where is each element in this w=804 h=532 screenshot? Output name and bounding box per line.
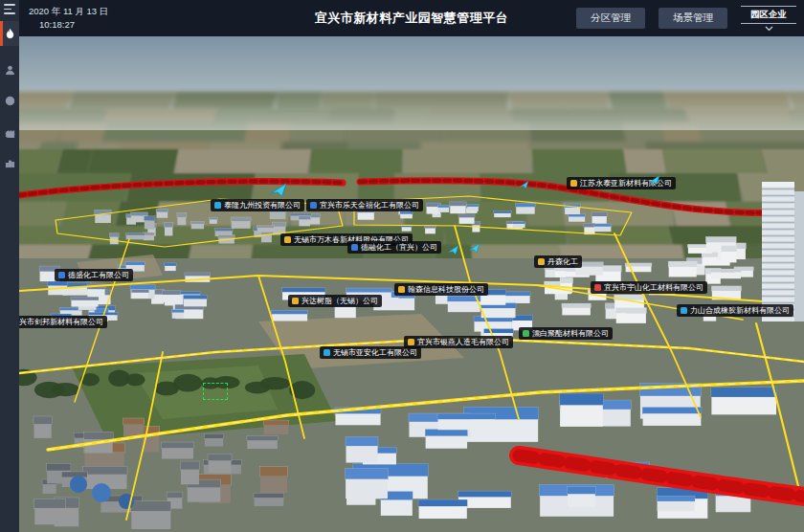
company-marker-icon <box>594 284 601 291</box>
aircraft-marker[interactable] <box>649 172 659 189</box>
company-marker-icon <box>292 298 299 304</box>
aircraft-marker[interactable] <box>271 183 286 202</box>
company-marker-icon <box>324 349 330 356</box>
company-marker-icon <box>681 307 687 314</box>
company-label-text: 兴市剑邦新材料有限公司 <box>19 319 103 326</box>
zone-management-button[interactable]: 分区管理 <box>576 8 645 29</box>
map-3d-view[interactable]: 泰隆九州投资有限公司宜兴市乐天金禧化工有限公司无锡市万木春新材料股份有限公司德融… <box>19 36 804 532</box>
smart-park-platform: 2020 年 11 月 13 日 10:18:27 宜兴市新材料产业园智慧管理平… <box>0 0 804 532</box>
company-label[interactable]: 漂白聚酯材料有限公司 <box>519 327 613 340</box>
company-label[interactable]: 无锡市亚安化工有限公司 <box>320 346 421 359</box>
company-label-text: 宜兴市银燕人造毛有限公司 <box>417 339 509 346</box>
company-label-text: 力山合成橡胶新材料有限公司 <box>690 307 790 315</box>
company-label[interactable]: 丹森化工 <box>534 255 582 268</box>
aircraft-marker[interactable] <box>448 242 458 259</box>
gauge-icon <box>5 96 15 106</box>
sidebar <box>0 0 19 532</box>
top-header: 2020 年 11 月 13 日 10:18:27 宜兴市新材料产业园智慧管理平… <box>19 0 804 36</box>
company-label-text: 翰森信息科技股份公司 <box>408 286 484 294</box>
company-label-text: 宜兴市宇山化工材料有限公司 <box>604 284 704 292</box>
factory-icon <box>5 127 15 138</box>
company-label-text: 兴达树脂（无锡）公司 <box>302 298 378 305</box>
aircraft-icon <box>271 183 286 198</box>
header-actions: 分区管理 场景管理 园区企业 <box>576 0 796 36</box>
company-label[interactable]: 德融化工（宜兴）公司 <box>347 241 441 254</box>
bar-chart-icon <box>5 158 15 168</box>
company-label-text: 宜兴市乐天金禧化工有限公司 <box>320 202 419 210</box>
aircraft-marker[interactable] <box>469 240 480 257</box>
company-marker-icon <box>408 339 414 345</box>
company-marker-icon <box>214 202 221 209</box>
chevron-down-icon <box>765 26 773 32</box>
aircraft-marker[interactable] <box>520 176 528 193</box>
company-label[interactable]: 兴达树脂（无锡）公司 <box>288 295 382 307</box>
menu-icon[interactable] <box>4 4 15 14</box>
divider <box>741 23 796 24</box>
aircraft-icon <box>520 181 528 189</box>
scene-management-button[interactable]: 场景管理 <box>659 8 727 29</box>
company-marker-icon <box>310 202 317 209</box>
company-label-text: 漂白聚酯材料有限公司 <box>532 330 609 338</box>
sidebar-item-user[interactable] <box>0 57 19 82</box>
company-label[interactable]: 泰隆九州投资有限公司 <box>211 199 304 211</box>
company-marker-icon <box>570 180 577 187</box>
company-marker-icon <box>398 286 405 293</box>
company-marker-icon <box>284 236 291 243</box>
flame-icon <box>5 29 15 39</box>
sidebar-item-stats[interactable] <box>0 150 19 175</box>
aircraft-icon <box>469 243 480 254</box>
sidebar-item-factory[interactable] <box>0 120 19 144</box>
company-label-text: 德融化工（宜兴）公司 <box>361 244 437 252</box>
aircraft-icon <box>649 175 659 186</box>
highrise-tower <box>762 182 804 321</box>
company-label-text: 丹森化工 <box>547 258 578 266</box>
dropdown-label: 园区企业 <box>750 7 787 23</box>
company-label[interactable]: 力山合成橡胶新材料有限公司 <box>677 304 793 317</box>
company-marker-icon <box>58 272 65 278</box>
company-marker-icon <box>523 330 529 337</box>
company-marker-icon <box>351 244 358 251</box>
company-label[interactable]: 宜兴市宇山化工材料有限公司 <box>591 281 707 294</box>
company-label-text: 无锡市亚安化工有限公司 <box>333 349 417 357</box>
company-label[interactable]: 德盛化工有限公司 <box>55 269 133 281</box>
company-label-text: 德盛化工有限公司 <box>68 272 129 279</box>
company-label[interactable]: 兴市剑邦新材料有限公司 <box>19 316 107 328</box>
company-label-text: 泰隆九州投资有限公司 <box>224 202 301 210</box>
park-enterprises-dropdown[interactable]: 园区企业 <box>741 6 796 32</box>
user-icon <box>5 65 15 76</box>
company-marker-icon <box>538 258 545 265</box>
company-label[interactable]: 宜兴市乐天金禧化工有限公司 <box>306 199 423 211</box>
company-label[interactable]: 翰森信息科技股份公司 <box>394 283 488 296</box>
sidebar-item-gauge[interactable] <box>0 88 19 113</box>
selection-box <box>203 383 228 400</box>
sidebar-item-fire[interactable] <box>0 21 19 46</box>
aircraft-icon <box>448 245 458 255</box>
